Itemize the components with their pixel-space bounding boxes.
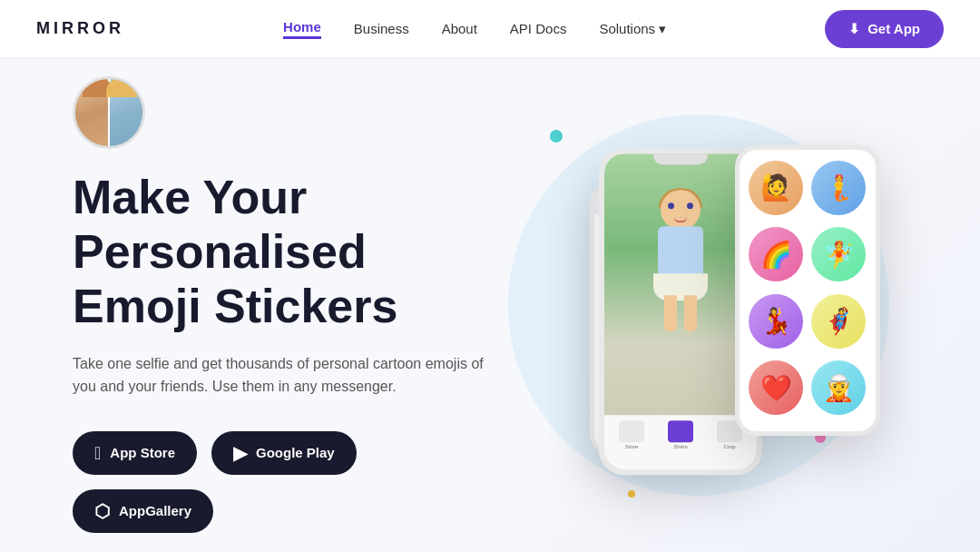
char-eye-left [668, 202, 674, 209]
char-leg-left [664, 295, 677, 331]
hero-section: Make Your Personalised Emoji Stickers Ta… [0, 57, 980, 552]
phone-tab-store[interactable]: Store [608, 420, 655, 449]
huawei-icon: ⬡ [94, 502, 110, 520]
avatar [73, 76, 145, 149]
tab-store-icon [619, 420, 644, 442]
navbar: MIRROR Home Business About API Docs Solu… [0, 0, 980, 57]
nav-link-solutions[interactable]: Solutions ▾ [599, 21, 666, 37]
nav-links: Home Business About API Docs Solutions ▾ [283, 19, 666, 39]
brand-logo[interactable]: MIRROR [36, 19, 124, 38]
char-eye-right [687, 202, 693, 209]
hero-description: Take one selfie and get thousands of per… [73, 352, 490, 399]
sticker-7: ❤️ [749, 360, 803, 415]
char-mouth [674, 217, 687, 222]
google-play-icon: ▶ [233, 444, 247, 462]
appgallery-button[interactable]: ⬡ AppGallery [73, 489, 213, 533]
nav-link-business[interactable]: Business [354, 21, 409, 36]
sticker-5: 💃 [749, 294, 803, 349]
get-app-button[interactable]: ⬇ Get App [825, 10, 944, 48]
dot-decoration-3 [628, 490, 635, 498]
char-leg-right [684, 295, 697, 331]
hero-title: Make Your Personalised Emoji Stickers [73, 171, 490, 333]
nav-link-about[interactable]: About [442, 21, 477, 36]
sticker-8: 🧝 [811, 360, 866, 415]
sticker-3: 🌈 [749, 227, 803, 281]
char-body [658, 226, 703, 281]
tab-shirts-label: Shirts [673, 444, 687, 449]
phone-notch [653, 153, 708, 164]
hero-content: Make Your Personalised Emoji Stickers Ta… [73, 76, 490, 533]
nav-link-home[interactable]: Home [283, 19, 321, 39]
sticker-4: 🧚 [811, 227, 866, 281]
tab-shirts-icon [668, 420, 693, 442]
appstore-button[interactable]:  App Store [73, 431, 197, 475]
nav-link-api-docs[interactable]: API Docs [510, 21, 567, 36]
phone-character [635, 190, 726, 335]
googleplay-button[interactable]: ▶ Google Play [211, 431, 357, 475]
sticker-2: 🧜 [811, 161, 866, 215]
download-icon: ⬇ [848, 21, 860, 37]
hero-cta-buttons:  App Store ▶ Google Play ⬡ AppGallery [73, 431, 490, 533]
char-legs [664, 295, 697, 331]
sticker-1: 🙋 [749, 161, 803, 215]
tab-crop-label: Crop [723, 444, 735, 449]
stickers-panel: 🙋 🧜 🌈 🧚 💃 🦸 ❤️ 🧝 [735, 145, 880, 436]
apple-icon:  [94, 444, 101, 462]
char-head [661, 190, 701, 230]
chevron-down-icon: ▾ [659, 21, 666, 37]
sticker-6: 🦸 [811, 294, 866, 349]
tab-store-label: Store [625, 444, 638, 449]
hero-visual: 👕 👗 🧥 👖 👠 👟 🧣 🎒 💍 👒 🧤 🩱 [490, 57, 907, 552]
dot-decoration-1 [550, 130, 563, 143]
phone-tab-shirts[interactable]: Shirts [657, 420, 704, 449]
phone-tab-bar: Store Shirts Crop [604, 415, 757, 469]
